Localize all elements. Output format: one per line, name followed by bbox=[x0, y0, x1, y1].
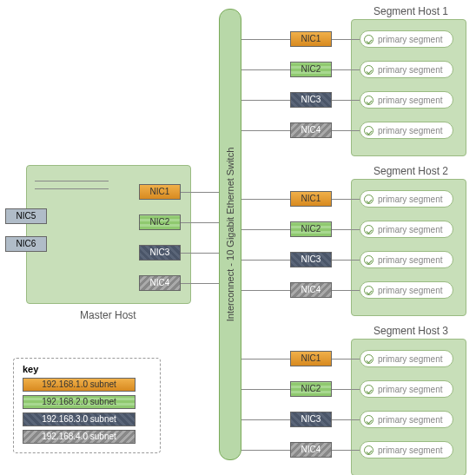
wire bbox=[241, 419, 290, 420]
pill-label: primary segment bbox=[378, 445, 442, 455]
check-icon bbox=[364, 445, 374, 455]
seg1-pill2: primary segment bbox=[360, 61, 453, 78]
seg1-pill1: primary segment bbox=[360, 30, 453, 48]
pill-label: primary segment bbox=[378, 415, 442, 425]
wire bbox=[332, 39, 360, 40]
wire bbox=[241, 260, 290, 261]
wire bbox=[241, 450, 290, 451]
check-icon bbox=[364, 354, 374, 364]
master-nic2: NIC2 bbox=[139, 214, 181, 230]
seg2-nics: NIC1 NIC2 NIC3 NIC4 bbox=[290, 191, 332, 313]
seg1-nic3: NIC3 bbox=[290, 92, 332, 108]
wire bbox=[332, 290, 360, 291]
seg2-pill4: primary segment bbox=[360, 281, 453, 299]
seg2-nic2: NIC2 bbox=[290, 221, 332, 237]
master-nic4: NIC4 bbox=[139, 275, 181, 291]
check-icon bbox=[364, 96, 374, 105]
master-decor bbox=[35, 174, 109, 196]
wire bbox=[181, 253, 219, 254]
pill-label: primary segment bbox=[378, 354, 442, 364]
seg2-nic3: NIC3 bbox=[290, 252, 332, 267]
check-icon bbox=[364, 255, 374, 265]
pill-label: primary segment bbox=[378, 286, 442, 295]
wire bbox=[241, 290, 290, 291]
master-nic-column: NIC1 NIC2 NIC3 NIC4 bbox=[139, 184, 181, 306]
wire bbox=[181, 192, 219, 193]
key-subnet2: 192.168.2.0 subnet bbox=[23, 395, 136, 409]
wire bbox=[241, 100, 290, 101]
interconnect-switch: Interconnect - 10 Gigabit Ethernet Switc… bbox=[219, 9, 241, 460]
seg3-nic4: NIC4 bbox=[290, 442, 332, 458]
wire bbox=[241, 130, 290, 131]
seg1-pill3: primary segment bbox=[360, 91, 453, 109]
pill-label: primary segment bbox=[378, 96, 442, 105]
check-icon bbox=[364, 65, 374, 75]
key-box: key 192.168.1.0 subnet 192.168.2.0 subne… bbox=[13, 358, 161, 453]
seg2-nic4: NIC4 bbox=[290, 282, 332, 298]
key-subnet1: 192.168.1.0 subnet bbox=[23, 378, 136, 392]
wire bbox=[181, 283, 219, 284]
seg3-nic1: NIC1 bbox=[290, 351, 332, 366]
seg1-nic1: NIC1 bbox=[290, 31, 332, 47]
seg1-pill4: primary segment bbox=[360, 122, 453, 139]
pill-label: primary segment bbox=[378, 225, 442, 234]
wire bbox=[241, 389, 290, 390]
seg2-pill1: primary segment bbox=[360, 190, 453, 208]
wire bbox=[241, 359, 290, 360]
seg3-pill4: primary segment bbox=[360, 441, 453, 459]
wire bbox=[332, 419, 360, 420]
master-title: Master Host bbox=[80, 309, 136, 321]
wire bbox=[241, 199, 290, 200]
seg3-title: Segment Host 3 bbox=[374, 325, 448, 337]
master-nic1: NIC1 bbox=[139, 184, 181, 200]
seg3-nic2: NIC2 bbox=[290, 381, 332, 397]
wire bbox=[332, 69, 360, 70]
wire bbox=[332, 199, 360, 200]
seg3-pill3: primary segment bbox=[360, 411, 453, 428]
seg2-pill3: primary segment bbox=[360, 251, 453, 268]
seg3-nics: NIC1 NIC2 NIC3 NIC4 bbox=[290, 351, 332, 472]
seg2-pill2: primary segment bbox=[360, 221, 453, 238]
seg1-title: Segment Host 1 bbox=[374, 5, 448, 17]
wire bbox=[332, 100, 360, 101]
pill-label: primary segment bbox=[378, 195, 442, 204]
wire bbox=[332, 359, 360, 360]
seg1-nic2: NIC2 bbox=[290, 62, 332, 77]
switch-label: Interconnect - 10 Gigabit Ethernet Switc… bbox=[225, 148, 235, 322]
seg3-pill1: primary segment bbox=[360, 350, 453, 367]
check-icon bbox=[364, 35, 374, 44]
seg2-nic1: NIC1 bbox=[290, 191, 332, 207]
wire bbox=[332, 389, 360, 390]
check-icon bbox=[364, 286, 374, 295]
wire bbox=[332, 450, 360, 451]
master-nic3: NIC3 bbox=[139, 245, 181, 261]
seg1-nic4: NIC4 bbox=[290, 122, 332, 138]
pill-label: primary segment bbox=[378, 35, 442, 44]
master-nic5: NIC5 bbox=[5, 208, 47, 224]
pill-label: primary segment bbox=[378, 65, 442, 75]
pill-label: primary segment bbox=[378, 126, 442, 135]
wire bbox=[241, 39, 290, 40]
wire bbox=[241, 229, 290, 230]
wire bbox=[181, 222, 219, 223]
master-nic6: NIC6 bbox=[5, 236, 47, 252]
wire bbox=[241, 69, 290, 70]
check-icon bbox=[364, 415, 374, 425]
seg2-title: Segment Host 2 bbox=[374, 165, 448, 177]
pill-label: primary segment bbox=[378, 385, 442, 394]
wire bbox=[332, 260, 360, 261]
pill-label: primary segment bbox=[378, 255, 442, 265]
check-icon bbox=[364, 195, 374, 204]
wire bbox=[332, 229, 360, 230]
key-subnet3: 192.168.3.0 subnet bbox=[23, 412, 136, 426]
seg1-nics: NIC1 NIC2 NIC3 NIC4 bbox=[290, 31, 332, 153]
check-icon bbox=[364, 225, 374, 234]
key-subnet4: 192.168.4.0 subnet bbox=[23, 430, 136, 444]
check-icon bbox=[364, 385, 374, 394]
key-title: key bbox=[23, 364, 151, 374]
seg3-nic3: NIC3 bbox=[290, 412, 332, 427]
seg3-pill2: primary segment bbox=[360, 380, 453, 398]
wire bbox=[332, 130, 360, 131]
check-icon bbox=[364, 126, 374, 135]
